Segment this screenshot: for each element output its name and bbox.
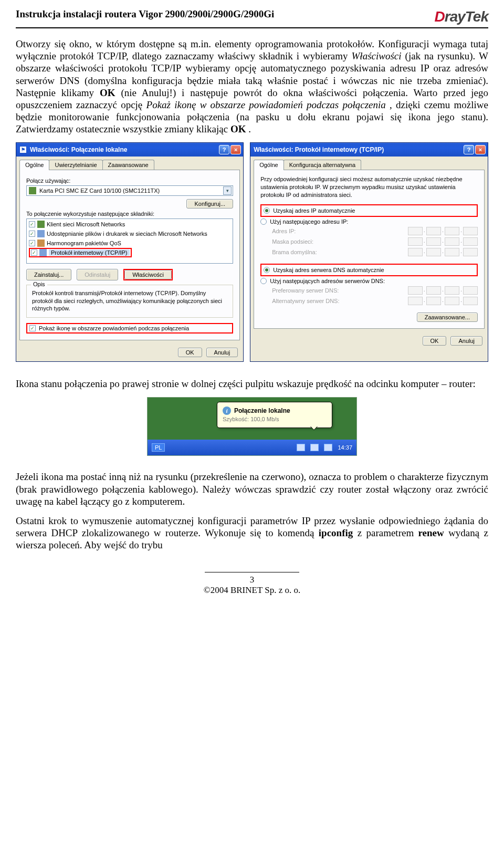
network-icon[interactable] — [324, 444, 332, 451]
tray-figure: i Połączenie lokalne Szybkość: 100,0 Mb/… — [147, 397, 357, 456]
radio-manual-ip[interactable] — [260, 218, 267, 225]
page-footer: 3 ©2004 BRINET Sp. z o. o. — [16, 572, 488, 596]
radio-auto-ip[interactable] — [264, 207, 270, 214]
dialog-tcpip-properties: Właściwości: Protokół internetowy (TCP/I… — [250, 142, 488, 362]
page-number: 3 — [16, 575, 488, 585]
info-icon: i — [223, 407, 231, 415]
p1-italic-1: Właściwości — [352, 50, 402, 61]
p1-italic-2: Pokaż ikonę w obszarze powiadomień podcz… — [146, 99, 386, 110]
page-header: Instrukcja instalacji routera Vigor 2900… — [16, 8, 488, 28]
checkbox-icon[interactable]: ✓ — [29, 325, 36, 331]
adapter-name: Karta PCI SMC EZ Card 10/100 (SMC1211TX) — [39, 187, 160, 194]
close-icon[interactable]: × — [475, 145, 486, 154]
tab-general[interactable]: Ogólne — [19, 160, 49, 170]
tcpip-icon — [39, 249, 47, 256]
label-components: To połączenie wykorzystuje następujące s… — [26, 211, 233, 217]
checkbox-icon[interactable]: ✓ — [29, 221, 35, 227]
install-button[interactable]: Zainstaluj... — [26, 269, 71, 280]
cancel-button[interactable]: Anuluj — [450, 336, 482, 346]
label-connect-using: Połącz używając: — [26, 178, 233, 184]
item-label: Protokół internetowy (TCP/IP) — [49, 249, 130, 256]
dialogs-row: ⚑ Właściwości: Połączenie lokalne ? × Og… — [16, 142, 488, 362]
ok-button[interactable]: OK — [178, 348, 202, 357]
tab-pane-general: Połącz używając: Karta PCI SMC EZ Card 1… — [19, 170, 240, 340]
radio-auto-dns[interactable] — [264, 267, 270, 273]
radio-label: Użyj następującego adresu IP: — [270, 218, 348, 225]
ip-input: ... — [408, 227, 478, 235]
radio-manual-dns[interactable] — [260, 278, 267, 284]
titlebar[interactable]: ⚑ Właściwości: Połączenie lokalne ? × — [16, 143, 243, 157]
uninstall-button: Odinstaluj — [77, 269, 118, 280]
ip-input: ... — [408, 248, 478, 256]
ok-button[interactable]: OK — [423, 336, 447, 346]
titlebar[interactable]: Właściwości: Protokół internetowy (TCP/I… — [250, 143, 488, 157]
paragraph-3: Jeżeli ikona ma postać inną niż na rysun… — [16, 471, 488, 507]
logo-rest: rayTek — [445, 8, 488, 25]
help-icon[interactable]: ? — [219, 145, 229, 154]
qos-icon — [37, 239, 45, 247]
tab-advanced[interactable]: Zaawansowane — [102, 160, 154, 170]
share-icon — [37, 230, 45, 237]
cancel-button[interactable]: Anuluj — [206, 348, 238, 357]
advanced-button[interactable]: Zaawansowane... — [417, 312, 478, 322]
dialog-footer: OK Anuluj — [250, 332, 488, 350]
p1-seg-i: . — [248, 123, 251, 134]
field-label: Maska podsieci: — [272, 238, 313, 245]
paragraph-1: Otworzy się okno, w którym dostępne są m… — [16, 38, 488, 135]
list-item[interactable]: ✓ Udostępnianie plików i drukarek w siec… — [28, 229, 232, 238]
language-indicator[interactable]: PL — [152, 443, 165, 452]
components-listbox[interactable]: ✓ Klient sieci Microsoft Networks ✓ Udos… — [26, 218, 233, 264]
list-item[interactable]: ✓ Klient sieci Microsoft Networks — [28, 220, 232, 229]
logo-d: D — [435, 8, 445, 25]
field-label: Alternatywny serwer DNS: — [272, 298, 339, 304]
intro-text: Przy odpowiedniej konfiguracji sieci moż… — [260, 175, 478, 199]
group-title: Opis — [31, 281, 47, 287]
adapter-combo[interactable]: Karta PCI SMC EZ Card 10/100 (SMC1211TX)… — [26, 185, 233, 196]
balloon-title: Połączenie lokalne — [234, 407, 290, 414]
help-icon[interactable]: ? — [464, 145, 474, 154]
list-item[interactable]: ✓ Harmonogram pakietów QoS — [28, 238, 232, 248]
field-label: Brama domyślna: — [272, 249, 317, 255]
close-icon[interactable]: × — [230, 145, 241, 154]
radio-label: Użyj następujących adresów serwerów DNS: — [270, 278, 385, 284]
tabs: Ogólne Uwierzytelnianie Zaawansowane — [16, 157, 243, 170]
copyright: ©2004 BRINET Sp. z o. o. — [16, 585, 488, 596]
checkbox-icon[interactable]: ✓ — [31, 249, 37, 256]
desktop-area: i Połączenie lokalne Szybkość: 100,0 Mb/… — [148, 398, 356, 440]
list-item[interactable]: ✓ Protokół internetowy (TCP/IP) — [28, 248, 232, 257]
radio-label: Uzyskaj adres serwera DNS automatycznie — [273, 267, 384, 273]
clock[interactable]: 14:37 — [338, 444, 352, 451]
p4-bold-2: renew — [418, 527, 444, 538]
tab-alt-config[interactable]: Konfiguracja alternatywna — [284, 160, 362, 170]
taskbar: PL 14:37 — [148, 440, 356, 455]
checkbox-icon[interactable]: ✓ — [29, 240, 35, 246]
window-icon: ⚑ — [19, 146, 27, 153]
dialog-connection-properties: ⚑ Właściwości: Połączenie lokalne ? × Og… — [16, 142, 244, 362]
tray-icon[interactable] — [297, 444, 305, 451]
properties-button[interactable]: Właściwości — [124, 270, 172, 279]
header-title: Instrukcja instalacji routera Vigor 2900… — [16, 8, 274, 20]
tab-auth[interactable]: Uwierzytelnianie — [49, 160, 102, 170]
group-description: Opis Protokół kontroli transmisji/Protok… — [26, 285, 233, 318]
item-label: Klient sieci Microsoft Networks — [47, 221, 125, 227]
nic-icon — [29, 187, 36, 194]
tray-icon[interactable] — [310, 444, 319, 451]
p1-bold-1: OK — [100, 87, 116, 98]
client-icon — [37, 221, 45, 228]
window-title: Właściwości: Protokół internetowy (TCP/I… — [254, 146, 384, 153]
p4-bold-1: ipconfig — [319, 527, 353, 538]
tab-general[interactable]: Ogólne — [254, 160, 284, 170]
radio-label: Uzyskaj adres IP automatycznie — [273, 207, 355, 214]
configure-button[interactable]: Konfiguruj... — [186, 199, 233, 209]
show-icon-label: Pokaż ikonę w obszarze powiadomień podcz… — [39, 325, 189, 331]
item-label: Udostępnianie plików i drukarek w siecia… — [47, 231, 207, 237]
paragraph-2: Ikona stanu połączenia po prawej stronie… — [16, 378, 488, 390]
p4-seg-c: z parametrem — [358, 527, 418, 538]
item-label: Harmonogram pakietów QoS — [47, 240, 121, 246]
ip-input: ... — [408, 297, 478, 305]
chevron-down-icon[interactable]: ▾ — [223, 186, 232, 195]
brand-logo: DrayTek — [435, 8, 488, 25]
checkbox-icon[interactable]: ✓ — [29, 231, 35, 237]
tab-pane-general: Przy odpowiedniej konfiguracji sieci moż… — [254, 170, 485, 329]
dialog-footer: OK Anuluj — [16, 343, 243, 361]
